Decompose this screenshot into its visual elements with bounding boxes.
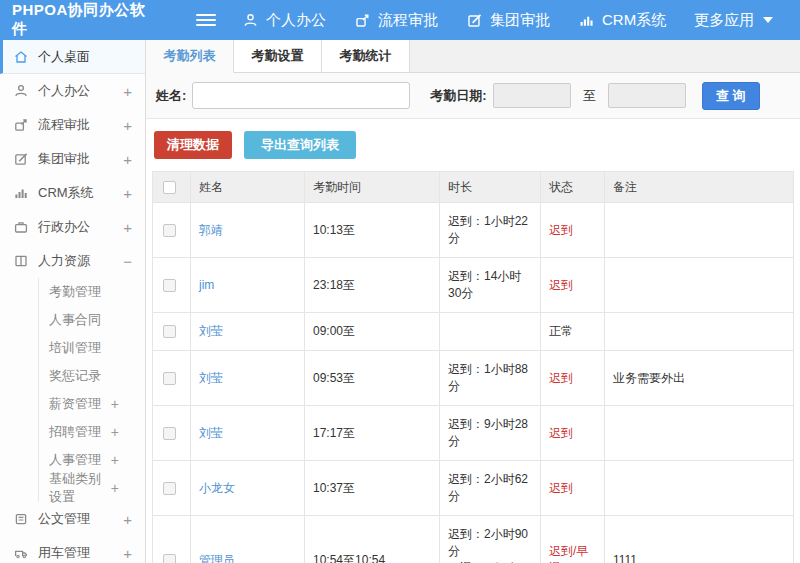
tab-attendance-list[interactable]: 考勤列表: [146, 40, 234, 73]
sidebar-item-label: 用车管理: [38, 544, 90, 562]
expand-toggle[interactable]: +: [123, 219, 132, 236]
app-title: PHPOA协同办公软件: [0, 1, 150, 39]
row-checkbox[interactable]: [163, 279, 176, 292]
select-all-checkbox[interactable]: [163, 181, 176, 194]
submenu-item-attendance-management[interactable]: 考勤管理: [39, 278, 145, 306]
expand-toggle[interactable]: +: [123, 117, 132, 134]
topnav-label: CRM系统: [602, 11, 666, 30]
sidebar-item-personal-desktop[interactable]: 个人桌面: [0, 40, 145, 74]
sidebar-item-human-resources[interactable]: 人力资源 −: [0, 244, 145, 278]
employee-name-link[interactable]: 刘莹: [199, 324, 223, 338]
sidebar-item-document-management[interactable]: 公文管理 +: [0, 502, 145, 536]
note: [605, 406, 794, 461]
tab-attendance-statistics[interactable]: 考勤统计: [322, 40, 410, 72]
row-checkbox[interactable]: [163, 372, 176, 385]
attendance-time: 09:00至: [305, 313, 440, 351]
submenu-item-recruitment-management[interactable]: 招聘管理 +: [39, 418, 145, 446]
submenu-item-personnel-contract[interactable]: 人事合同: [39, 306, 145, 334]
employee-name-link[interactable]: 刘莹: [199, 426, 223, 440]
date-to-input[interactable]: [608, 83, 686, 108]
sidebar-item-personal-office[interactable]: 个人办公 +: [0, 74, 145, 108]
sidebar-item-group-approval[interactable]: 集团审批 +: [0, 142, 145, 176]
attendance-time: 17:17至: [305, 406, 440, 461]
employee-name-link[interactable]: 刘莹: [199, 371, 223, 385]
employee-name-link[interactable]: 郭靖: [199, 223, 223, 237]
row-checkbox[interactable]: [163, 427, 176, 440]
action-buttons: 清理数据 导出查询列表: [154, 131, 794, 159]
attendance-time: 09:53至: [305, 351, 440, 406]
edit-icon: [466, 12, 483, 29]
car-icon: [13, 545, 29, 561]
status-badge: 迟到: [541, 203, 605, 258]
expand-toggle[interactable]: +: [123, 83, 132, 100]
duration: 迟到：9小时28分: [440, 406, 541, 461]
employee-name-link[interactable]: 管理员: [199, 553, 235, 563]
expand-toggle[interactable]: +: [123, 185, 132, 202]
submenu-item-reward-punishment[interactable]: 奖惩记录: [39, 362, 145, 390]
search-button[interactable]: 查 询: [702, 82, 760, 110]
sidebar-item-admin-office[interactable]: 行政办公 +: [0, 210, 145, 244]
note: [605, 203, 794, 258]
submenu-item-base-category-settings[interactable]: 基础类别设置 +: [39, 474, 145, 502]
expand-toggle[interactable]: +: [123, 151, 132, 168]
submenu-item-salary-management[interactable]: 薪资管理 +: [39, 390, 145, 418]
table-row: 小龙女 10:37至 迟到：2小时62分 迟到: [153, 461, 794, 516]
date-from-input[interactable]: [493, 83, 571, 108]
expand-toggle[interactable]: +: [123, 511, 132, 528]
duration: 迟到：1小时88分: [440, 351, 541, 406]
topnav-item-personal-office[interactable]: 个人办公: [242, 11, 326, 30]
clean-data-button[interactable]: 清理数据: [154, 131, 232, 159]
name-input[interactable]: [192, 82, 410, 109]
table-row: jim 23:18至 迟到：14小时30分 迟到: [153, 258, 794, 313]
sidebar-item-label: 集团审批: [38, 150, 90, 168]
topnav-item-crm[interactable]: CRM系统: [578, 11, 666, 30]
submenu-item-label: 基础类别设置: [49, 470, 111, 506]
sidebar-item-vehicle-management[interactable]: 用车管理 +: [0, 536, 145, 563]
export-list-button[interactable]: 导出查询列表: [244, 131, 356, 159]
submenu-item-label: 培训管理: [49, 339, 101, 357]
note: 1111: [605, 516, 794, 563]
content-panel: 清理数据 导出查询列表 姓名 考勤时间 时长 状态 备注: [146, 119, 800, 563]
row-checkbox[interactable]: [163, 482, 176, 495]
employee-name-link[interactable]: jim: [199, 278, 214, 292]
submenu-item-training-management[interactable]: 培训管理: [39, 334, 145, 362]
document-icon: [13, 511, 29, 527]
expand-toggle[interactable]: +: [111, 396, 119, 412]
user-icon: [13, 83, 29, 99]
topnav-label: 流程审批: [378, 11, 438, 30]
column-header-note: 备注: [605, 172, 794, 203]
topnav-label: 集团审批: [490, 11, 550, 30]
expand-toggle[interactable]: −: [123, 253, 132, 270]
expand-toggle[interactable]: +: [111, 452, 119, 468]
status-badge: 迟到: [541, 351, 605, 406]
row-checkbox[interactable]: [163, 554, 176, 563]
hamburger-menu-icon[interactable]: [196, 11, 216, 29]
submenu-item-label: 薪资管理: [49, 395, 101, 413]
employee-name-link[interactable]: 小龙女: [199, 481, 235, 495]
topnav-item-group-approval[interactable]: 集团审批: [466, 11, 550, 30]
status-badge: 迟到: [541, 406, 605, 461]
attendance-time: 10:54至10:54: [305, 516, 440, 563]
expand-toggle[interactable]: +: [111, 424, 119, 440]
sidebar-item-label: 人力资源: [38, 252, 90, 270]
row-checkbox[interactable]: [163, 224, 176, 237]
note: [605, 313, 794, 351]
caret-down-icon: [763, 17, 773, 23]
topnav-item-more-apps[interactable]: 更多应用: [694, 11, 773, 30]
tab-attendance-settings[interactable]: 考勤设置: [234, 40, 322, 72]
sidebar-item-label: 流程审批: [38, 116, 90, 134]
sidebar-item-crm[interactable]: CRM系统 +: [0, 176, 145, 210]
book-icon: [13, 253, 29, 269]
bar-chart-icon: [578, 12, 595, 29]
attendance-time: 10:37至: [305, 461, 440, 516]
sidebar-item-workflow-approval[interactable]: 流程审批 +: [0, 108, 145, 142]
top-navigation-bar: PHPOA协同办公软件 个人办公 流程审批 集团审批 CRM系统 更多应用: [0, 0, 800, 40]
topnav-item-workflow-approval[interactable]: 流程审批: [354, 11, 438, 30]
column-header-name: 姓名: [191, 172, 305, 203]
table-header-row: 姓名 考勤时间 时长 状态 备注: [153, 172, 794, 203]
row-checkbox[interactable]: [163, 325, 176, 338]
user-icon: [242, 12, 259, 29]
duration: 迟到：2小时90分 早退：7小时10分: [440, 516, 541, 563]
expand-toggle[interactable]: +: [111, 480, 119, 496]
expand-toggle[interactable]: +: [123, 545, 132, 562]
